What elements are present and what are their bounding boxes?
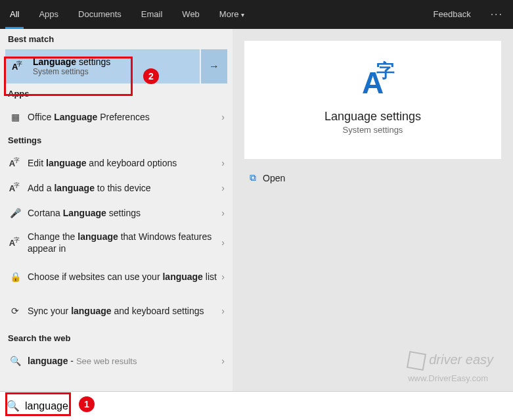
app-icon: ▦ bbox=[8, 112, 22, 122]
open-action[interactable]: ⧉ Open bbox=[244, 170, 501, 186]
settings-result-item[interactable]: Edit language and keyboard options › bbox=[0, 151, 233, 175]
tab-documents[interactable]: Documents bbox=[68, 0, 131, 29]
results-pane: Best match Language settings System sett… bbox=[0, 29, 233, 391]
open-icon: ⧉ bbox=[250, 172, 256, 183]
language-icon bbox=[12, 60, 26, 72]
language-icon bbox=[8, 158, 22, 169]
chevron-right-icon: › bbox=[221, 183, 225, 193]
language-icon: A字 bbox=[362, 65, 384, 101]
annotation-number-2: 2 bbox=[143, 68, 159, 84]
chevron-right-icon: › bbox=[221, 112, 225, 122]
feedback-link[interactable]: Feedback bbox=[424, 0, 481, 29]
language-icon bbox=[8, 183, 22, 194]
watermark: driver easy www.DriverEasy.com bbox=[408, 352, 493, 384]
search-icon: 🔍 bbox=[8, 356, 22, 366]
search-icon: 🔍 bbox=[7, 400, 20, 412]
section-settings: Settings bbox=[0, 130, 233, 151]
section-apps: Apps bbox=[0, 83, 233, 104]
chevron-right-icon: › bbox=[221, 237, 225, 248]
lock-icon: 🔒 bbox=[8, 271, 22, 282]
settings-result-item[interactable]: Change the language that Windows feature… bbox=[0, 225, 233, 260]
microphone-icon: 🎤 bbox=[8, 208, 22, 218]
web-result-item[interactable]: 🔍 language - See web results › bbox=[0, 348, 233, 373]
annotation-number-1: 1 bbox=[79, 396, 95, 412]
more-options-button[interactable]: ··· bbox=[481, 9, 513, 20]
best-match-expand-button[interactable]: → bbox=[201, 49, 227, 83]
tab-apps[interactable]: Apps bbox=[29, 0, 68, 29]
preview-card: A字 Language settings System settings bbox=[244, 41, 501, 159]
chevron-right-icon: › bbox=[221, 271, 225, 282]
chevron-right-icon: › bbox=[221, 306, 225, 316]
tab-all[interactable]: All bbox=[0, 0, 29, 29]
section-best-match: Best match bbox=[0, 29, 233, 49]
settings-result-item[interactable]: 🔒 Choose if websites can use your langua… bbox=[0, 260, 233, 294]
settings-result-item[interactable]: ⟳ Sync your language and keyboard settin… bbox=[0, 294, 233, 328]
language-icon bbox=[8, 237, 22, 248]
chevron-right-icon: › bbox=[221, 158, 225, 168]
preview-title: Language settings bbox=[324, 110, 421, 124]
chevron-right-icon: › bbox=[221, 356, 225, 366]
search-bar: 🔍 bbox=[0, 391, 513, 420]
settings-result-item[interactable]: Add a language to this device › bbox=[0, 175, 233, 200]
section-search-web: Search the web bbox=[0, 328, 233, 348]
tab-email[interactable]: Email bbox=[131, 0, 173, 29]
chevron-right-icon: › bbox=[221, 208, 225, 218]
settings-result-item[interactable]: 🎤 Cortana Language settings › bbox=[0, 200, 233, 225]
preview-subtitle: System settings bbox=[343, 125, 403, 135]
search-input[interactable] bbox=[25, 400, 506, 412]
app-result-item[interactable]: ▦ Office Language Preferences › bbox=[0, 104, 233, 130]
search-scope-tabs: All Apps Documents Email Web More Feedba… bbox=[0, 0, 513, 29]
preview-pane: A字 Language settings System settings ⧉ O… bbox=[233, 29, 513, 391]
best-match-item[interactable]: Language settings System settings bbox=[5, 49, 200, 83]
tab-web[interactable]: Web bbox=[172, 0, 210, 29]
tab-more[interactable]: More bbox=[210, 0, 255, 29]
sync-icon: ⟳ bbox=[8, 306, 22, 316]
